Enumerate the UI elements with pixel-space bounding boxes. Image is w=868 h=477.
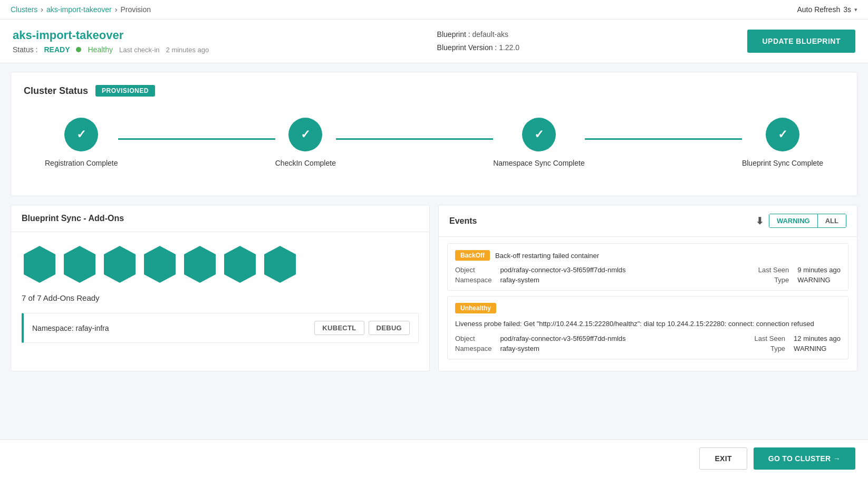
step-circle-3: ✓ — [522, 118, 556, 151]
meta-namespace-label-1: Namespace — [455, 276, 491, 284]
steps-container: ✓ Registration Complete ✓ CheckIn Comple… — [24, 112, 844, 183]
goto-cluster-button[interactable]: GO TO CLUSTER → — [754, 447, 855, 470]
meta-type-label-2: Type — [755, 345, 786, 352]
svg-marker-0 — [24, 246, 55, 283]
addons-panel-header: Blueprint Sync - Add-Ons — [11, 205, 429, 232]
events-panel-header: Events ⬇ WARNING ALL — [439, 205, 857, 237]
hexagon-3 — [102, 245, 138, 284]
chevron-down-icon: ▾ — [854, 6, 857, 13]
step-label-1: Registration Complete — [45, 159, 118, 167]
main-content: Cluster Status PROVISIONED ✓ Registratio… — [0, 63, 868, 380]
health-dot-icon — [76, 47, 81, 52]
svg-marker-6 — [264, 246, 296, 283]
events-content: BackOff Back-off restarting failed conta… — [439, 237, 857, 371]
event-meta-2: Object pod/rafay-connector-v3-5f659ff7dd… — [455, 335, 841, 352]
step-label-3: Namespace Sync Complete — [493, 159, 585, 167]
step-connector-2 — [336, 138, 493, 140]
events-panel: Events ⬇ WARNING ALL BackOff Back-off re… — [438, 205, 857, 371]
event-top-1: BackOff Back-off restarting failed conta… — [455, 250, 841, 261]
status-row: Status : READY Healthy Last check-in 2 m… — [13, 45, 209, 54]
meta-type-label-1: Type — [758, 276, 789, 284]
auto-refresh[interactable]: Auto Refresh 3s ▾ — [797, 5, 857, 14]
hexagon-2 — [62, 245, 98, 284]
event-top-2: Unhealthy — [455, 303, 841, 313]
provisioned-badge: PROVISIONED — [95, 85, 155, 97]
event-card-1: BackOff Back-off restarting failed conta… — [447, 243, 848, 291]
debug-button[interactable]: DEBUG — [369, 321, 410, 335]
addons-count: 7 of 7 Add-Ons Ready — [22, 293, 419, 302]
version-value: 1.22.0 — [499, 43, 519, 52]
breadcrumb-clusters[interactable]: Clusters — [11, 5, 37, 14]
addons-panel: Blueprint Sync - Add-Ons — [11, 205, 430, 371]
breadcrumb-cluster-name[interactable]: aks-import-takeover — [46, 5, 112, 14]
namespace-actions: KUBECTL DEBUG — [314, 321, 410, 335]
kubectl-button[interactable]: KUBECTL — [314, 321, 364, 335]
header-center: Blueprint : default-aks Blueprint Versio… — [437, 28, 519, 54]
header-left: aks-import-takeover Status : READY Healt… — [13, 28, 209, 54]
cluster-status-header: Cluster Status PROVISIONED — [24, 85, 844, 97]
meta-lastseen-label-1: Last Seen — [758, 266, 789, 274]
step-checkin: ✓ CheckIn Complete — [275, 118, 336, 167]
svg-marker-1 — [64, 246, 95, 283]
step-connector-3 — [585, 138, 742, 140]
svg-marker-5 — [224, 246, 256, 283]
svg-marker-2 — [104, 246, 136, 283]
meta-namespace-value-1: rafay-system — [500, 276, 749, 284]
event-badge-unhealthy: Unhealthy — [455, 303, 496, 313]
hexagon-7 — [262, 245, 298, 284]
step-blueprint-sync: ✓ Blueprint Sync Complete — [742, 118, 823, 167]
checkin-label: Last check-in — [119, 46, 160, 54]
step-circle-2: ✓ — [288, 118, 322, 151]
event-message-1: Back-off restarting failed container — [495, 252, 599, 260]
hexagon-5 — [182, 245, 218, 284]
bottom-grid: Blueprint Sync - Add-Ons — [11, 205, 857, 371]
addons-title: Blueprint Sync - Add-Ons — [22, 214, 124, 223]
download-icon[interactable]: ⬇ — [756, 215, 764, 227]
meta-namespace-value-2: rafay-system — [500, 345, 746, 352]
hexagon-6 — [222, 245, 258, 284]
cluster-title: aks-import-takeover — [13, 28, 209, 42]
event-card-2: Unhealthy Liveness probe failed: Get "ht… — [447, 296, 848, 359]
header-card: aks-import-takeover Status : READY Healt… — [0, 20, 868, 63]
meta-object-value-1: pod/rafay-connector-v3-5f659ff7dd-nmlds — [500, 266, 749, 274]
events-filter-group: WARNING ALL — [769, 214, 846, 228]
namespace-row: Namespace: rafay-infra KUBECTL DEBUG — [22, 313, 419, 343]
breadcrumb: Clusters › aks-import-takeover › Provisi… — [11, 5, 151, 14]
footer-bar: EXIT GO TO CLUSTER → — [0, 440, 868, 477]
meta-lastseen-value-1: 9 minutes ago — [797, 266, 841, 274]
top-nav: Clusters › aks-import-takeover › Provisi… — [0, 0, 868, 20]
svg-marker-4 — [184, 246, 216, 283]
checkin-value: 2 minutes ago — [166, 46, 209, 54]
meta-lastseen-value-2: 12 minutes ago — [794, 335, 841, 342]
blueprint-value: default-aks — [472, 30, 508, 39]
update-blueprint-button[interactable]: UPDATE BLUEPRINT — [747, 30, 855, 53]
version-label: Blueprint Version : — [437, 43, 497, 52]
step-label-2: CheckIn Complete — [275, 159, 336, 167]
meta-object-value-2: pod/rafay-connector-v3-5f659ff7dd-nmlds — [500, 335, 746, 342]
svg-marker-3 — [144, 246, 176, 283]
namespace-label: Namespace: rafay-infra — [32, 324, 109, 332]
hexagon-4 — [142, 245, 178, 284]
meta-object-label-1: Object — [455, 266, 491, 274]
step-namespace-sync: ✓ Namespace Sync Complete — [493, 118, 585, 167]
exit-button[interactable]: EXIT — [699, 447, 747, 470]
filter-all-button[interactable]: ALL — [818, 214, 846, 227]
hexagons-row — [22, 245, 419, 284]
event-badge-backoff: BackOff — [455, 250, 490, 261]
auto-refresh-value: 3s — [843, 5, 851, 14]
addons-content: 7 of 7 Add-Ons Ready Namespace: rafay-in… — [11, 232, 429, 356]
blueprint-label: Blueprint : — [437, 30, 470, 39]
step-label-4: Blueprint Sync Complete — [742, 159, 823, 167]
cluster-status-card: Cluster Status PROVISIONED ✓ Registratio… — [11, 72, 857, 196]
event-meta-1: Object pod/rafay-connector-v3-5f659ff7dd… — [455, 266, 841, 284]
health-text: Healthy — [88, 45, 112, 54]
events-header-actions: ⬇ WARNING ALL — [756, 214, 846, 228]
filter-warning-button[interactable]: WARNING — [769, 214, 818, 227]
auto-refresh-label: Auto Refresh — [797, 5, 840, 14]
events-title: Events — [449, 216, 477, 226]
step-registration: ✓ Registration Complete — [45, 118, 118, 167]
hexagon-1 — [22, 245, 57, 284]
breadcrumb-current: Provision — [120, 5, 151, 14]
cluster-status-title: Cluster Status — [24, 85, 88, 97]
step-circle-1: ✓ — [64, 118, 98, 151]
